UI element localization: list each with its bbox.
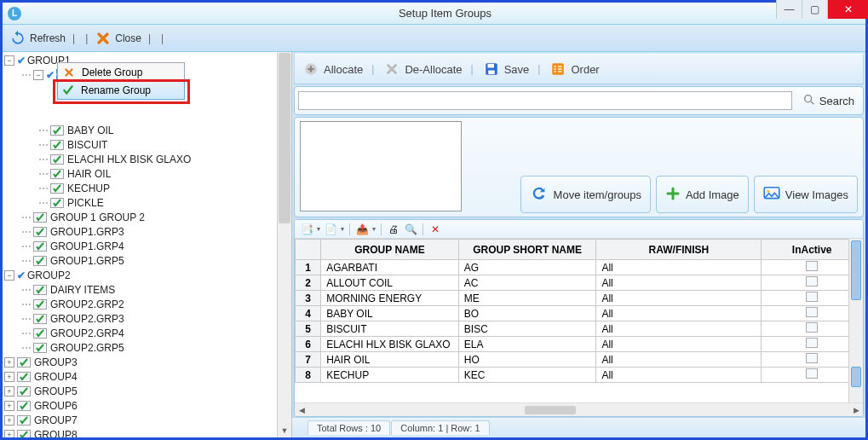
grid-tool-icon[interactable]: 📄 <box>324 223 337 236</box>
table-row[interactable]: 5BISCUITBISCAll <box>296 321 863 337</box>
checkbox-icon[interactable] <box>806 338 818 348</box>
cell-rawfinish[interactable]: All <box>596 368 762 383</box>
tree-node[interactable]: GROUP8 <box>34 429 78 437</box>
cell-name[interactable]: ALLOUT COIL <box>321 275 459 291</box>
expander-icon[interactable]: + <box>4 357 14 368</box>
row-header[interactable]: 3 <box>296 291 321 306</box>
context-delete-group[interactable]: Delete Group <box>58 63 184 82</box>
cell-short[interactable]: KEC <box>458 368 596 383</box>
cell-inactive[interactable] <box>762 352 863 368</box>
cell-name[interactable]: BISCUIT <box>321 321 459 337</box>
cell-inactive[interactable] <box>762 368 863 383</box>
table-row[interactable]: 3MORNING ENERGYMEAll <box>296 291 863 306</box>
cell-short[interactable]: BISC <box>458 321 596 337</box>
tree-node[interactable]: ELACHI HLX BISK GLAXO <box>67 153 191 165</box>
grid-vertical-scrollbar[interactable] <box>848 239 863 402</box>
expander-icon[interactable]: + <box>4 372 14 382</box>
save-button[interactable]: Save <box>482 60 530 78</box>
tree-node[interactable]: KECHUP <box>67 182 110 194</box>
cell-rawfinish[interactable]: All <box>596 352 762 368</box>
row-header[interactable]: 4 <box>296 306 321 321</box>
checkbox-icon[interactable] <box>806 353 818 363</box>
scroll-thumb[interactable] <box>279 53 290 223</box>
tree-node[interactable]: GROUP1.GRP3 <box>50 226 124 238</box>
expander-icon[interactable]: − <box>4 55 14 66</box>
tree-node[interactable]: GROUP2.GRP4 <box>50 327 124 339</box>
tree-vertical-scrollbar[interactable]: ▲ ▼ <box>277 52 291 437</box>
scroll-left-icon[interactable]: ◀ <box>295 403 308 417</box>
tree-node[interactable]: GROUP2.GRP2 <box>50 298 124 310</box>
expander-icon[interactable]: + <box>4 430 14 437</box>
cell-rawfinish[interactable]: All <box>596 275 762 291</box>
row-header[interactable]: 2 <box>296 275 321 291</box>
refresh-button[interactable]: Refresh <box>9 30 66 47</box>
tree-node[interactable]: DAIRY ITEMS <box>50 284 115 296</box>
column-header[interactable]: InActive <box>762 240 863 260</box>
scroll-right-icon[interactable]: ▶ <box>849 403 863 417</box>
order-button[interactable]: Order <box>549 60 599 78</box>
scroll-thumb[interactable] <box>525 406 576 414</box>
checkbox-icon[interactable] <box>806 292 818 302</box>
tree-node[interactable]: HAIR OIL <box>67 168 111 180</box>
cell-rawfinish[interactable]: All <box>596 306 762 321</box>
allocate-button[interactable]: Allocate <box>302 60 363 78</box>
expander-icon[interactable]: − <box>4 270 14 281</box>
scroll-down-icon[interactable]: ▼ <box>278 423 291 437</box>
cell-short[interactable]: BO <box>458 306 596 321</box>
table-row[interactable]: 4BABY OILBOAll <box>296 306 863 321</box>
column-header[interactable]: GROUP NAME <box>321 240 459 260</box>
cell-name[interactable]: MORNING ENERGY <box>321 291 459 306</box>
row-header[interactable]: 5 <box>296 321 321 337</box>
view-images-button[interactable]: View Images <box>754 176 858 213</box>
tree-node[interactable]: GROUP7 <box>34 414 78 426</box>
row-header[interactable]: 7 <box>296 352 321 368</box>
tree-node[interactable]: GROUP2 <box>27 269 71 281</box>
cell-name[interactable]: AGARBATI <box>321 260 459 275</box>
search-input[interactable] <box>298 91 792 110</box>
cell-name[interactable]: BABY OIL <box>321 306 459 321</box>
cell-short[interactable]: AG <box>458 260 596 275</box>
tree-node[interactable]: GROUP2.GRP5 <box>50 342 124 354</box>
cell-inactive[interactable] <box>762 275 863 291</box>
table-row[interactable]: 8KECHUPKECAll <box>296 368 863 383</box>
tree-node[interactable]: GROUP6 <box>34 400 78 412</box>
cell-short[interactable]: AC <box>458 275 596 291</box>
grid-print-icon[interactable]: 🖨 <box>387 223 400 236</box>
tree-node[interactable]: GROUP1.GRP4 <box>50 240 124 252</box>
tree-node[interactable]: GROUP3 <box>34 356 78 368</box>
grid-horizontal-scrollbar[interactable]: ◀ ▶ <box>295 402 863 416</box>
cell-inactive[interactable] <box>762 337 863 352</box>
expander-icon[interactable]: + <box>4 415 14 426</box>
group-tree[interactable]: −✔GROUP1 ⋯−✔GENERAL ITEMS ⋯BABY OIL⋯BISC… <box>3 52 291 437</box>
row-header[interactable]: 1 <box>296 260 321 275</box>
cell-rawfinish[interactable]: All <box>596 337 762 352</box>
checkbox-icon[interactable] <box>806 368 818 379</box>
tree-node[interactable]: GROUP4 <box>34 371 78 383</box>
column-header[interactable]: RAW/FINISH <box>596 240 762 260</box>
cell-short[interactable]: ELA <box>458 337 596 352</box>
window-close-button[interactable]: ✕ <box>827 0 868 19</box>
scroll-thumb[interactable] <box>851 240 861 300</box>
tree-node[interactable]: GROUP2.GRP3 <box>50 313 124 325</box>
search-button[interactable]: Search <box>797 91 859 111</box>
move-item-button[interactable]: Move item/groups <box>520 176 651 213</box>
data-grid[interactable]: GROUP NAME GROUP SHORT NAME RAW/FINISH I… <box>295 239 863 383</box>
row-header[interactable]: 6 <box>296 337 321 352</box>
deallocate-button[interactable]: De-Allocate <box>382 60 462 78</box>
expander-icon[interactable]: + <box>4 401 14 411</box>
column-header[interactable]: GROUP SHORT NAME <box>458 240 596 260</box>
checkbox-icon[interactable] <box>806 261 818 271</box>
cell-short[interactable]: ME <box>458 291 596 306</box>
table-row[interactable]: 6ELACHI HLX BISK GLAXOELAAll <box>296 337 863 352</box>
cell-inactive[interactable] <box>762 321 863 337</box>
expander-icon[interactable]: + <box>4 386 14 397</box>
tree-node[interactable]: GROUP 1 GROUP 2 <box>50 211 145 223</box>
tree-node[interactable]: GROUP5 <box>34 385 78 397</box>
table-row[interactable]: 7HAIR OILHOAll <box>296 352 863 368</box>
checkbox-icon[interactable] <box>806 322 818 333</box>
cell-rawfinish[interactable]: All <box>596 291 762 306</box>
table-row[interactable]: 2ALLOUT COILACAll <box>296 275 863 291</box>
cell-rawfinish[interactable]: All <box>596 260 762 275</box>
grid-find-icon[interactable]: 🔍 <box>404 223 417 236</box>
grid-delete-icon[interactable]: ✕ <box>428 223 442 236</box>
